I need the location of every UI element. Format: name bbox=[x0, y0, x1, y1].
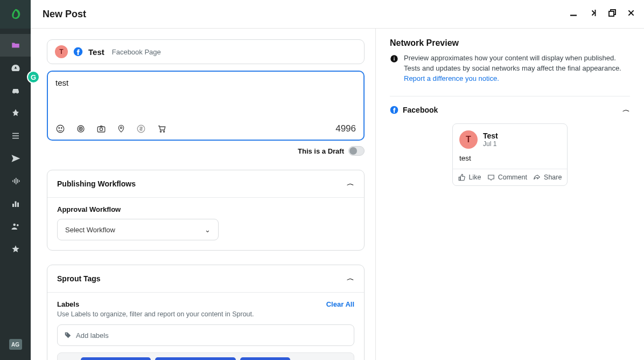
compose-textarea[interactable]: test bbox=[55, 78, 356, 108]
svg-point-34 bbox=[66, 334, 67, 335]
sidebar-user-avatar[interactable]: AG bbox=[0, 333, 31, 356]
workflows-header[interactable]: Publishing Workflows ︿ bbox=[47, 170, 364, 197]
sidebar-item-pin[interactable] bbox=[0, 102, 31, 124]
suggested-label-thought-leadership[interactable]: thought leadership ＋ bbox=[155, 357, 236, 360]
svg-rect-9 bbox=[12, 135, 19, 136]
people-icon bbox=[11, 221, 20, 231]
profile-selector[interactable]: T Test Facebook Page bbox=[47, 39, 365, 64]
svg-point-27 bbox=[80, 128, 81, 129]
svg-point-37 bbox=[394, 57, 395, 58]
profile-avatar: T bbox=[55, 45, 68, 58]
suggested-label-announcement[interactable]: announcement ＋ bbox=[81, 357, 151, 360]
monetize-icon[interactable] bbox=[136, 124, 146, 134]
shopping-icon[interactable] bbox=[157, 124, 166, 134]
close-icon[interactable] bbox=[627, 9, 635, 20]
compose-column: T Test Facebook Page test 4996 bbox=[31, 29, 375, 360]
wave-icon bbox=[11, 176, 20, 186]
topbar: New Post bbox=[0, 0, 644, 29]
location-icon[interactable] bbox=[117, 124, 125, 134]
sidebar-item-inbox[interactable] bbox=[0, 79, 31, 102]
svg-point-20 bbox=[16, 224, 18, 226]
workflow-select[interactable]: Select Workflow ⌄ bbox=[57, 219, 219, 240]
avatar-badge: AG bbox=[9, 339, 22, 350]
svg-rect-11 bbox=[12, 181, 13, 182]
draft-row: This is a Draft bbox=[47, 146, 365, 156]
svg-point-32 bbox=[160, 131, 161, 132]
suggested-label-webinar[interactable]: webinar ＋ bbox=[240, 357, 290, 360]
svg-rect-17 bbox=[15, 202, 16, 207]
target-icon[interactable] bbox=[76, 124, 86, 134]
sidebar-item-listening[interactable] bbox=[0, 170, 31, 192]
sidebar-item-feeds[interactable] bbox=[0, 124, 31, 147]
app-logo[interactable] bbox=[0, 0, 31, 29]
dock-icon[interactable] bbox=[588, 8, 598, 20]
svg-point-33 bbox=[163, 131, 164, 132]
draft-label: This is a Draft bbox=[298, 147, 344, 155]
svg-point-6 bbox=[13, 92, 14, 93]
preview-post-date: Jul 1 bbox=[483, 140, 498, 148]
profile-subtype: Facebook Page bbox=[112, 48, 161, 56]
svg-point-22 bbox=[57, 125, 64, 133]
svg-rect-16 bbox=[12, 204, 14, 207]
preview-like-button[interactable]: Like bbox=[458, 174, 481, 181]
pin-icon bbox=[11, 108, 20, 118]
svg-rect-8 bbox=[12, 133, 19, 134]
clear-all-link[interactable]: Clear All bbox=[326, 300, 354, 308]
sidebar-item-publishing[interactable] bbox=[0, 147, 31, 170]
facebook-icon bbox=[73, 47, 83, 57]
send-icon bbox=[11, 154, 20, 163]
labels-description: Use Labels to organize, filter and repor… bbox=[57, 310, 354, 318]
grammarly-badge[interactable]: G bbox=[27, 71, 40, 84]
network-header[interactable]: Facebook ︿ bbox=[390, 96, 630, 115]
preview-title: Network Preview bbox=[390, 38, 630, 48]
info-icon bbox=[390, 54, 398, 63]
sidebar-item-dashboard[interactable] bbox=[0, 57, 31, 79]
page-title: New Post bbox=[43, 9, 86, 20]
preview-share-button[interactable]: Share bbox=[533, 174, 562, 181]
svg-point-30 bbox=[120, 127, 122, 128]
maximize-icon[interactable] bbox=[607, 8, 617, 20]
draft-toggle[interactable] bbox=[348, 146, 365, 156]
minimize-icon[interactable] bbox=[569, 8, 578, 20]
sidebar-item-compose[interactable] bbox=[0, 34, 31, 57]
compose-editor[interactable]: test 4996 bbox=[47, 71, 365, 141]
svg-point-7 bbox=[16, 92, 17, 93]
labels-title: Labels bbox=[57, 300, 79, 308]
tags-header[interactable]: Sprout Tags ︿ bbox=[47, 265, 364, 292]
svg-rect-14 bbox=[17, 179, 18, 183]
preview-column: Network Preview Preview approximates how… bbox=[375, 29, 644, 360]
comment-icon bbox=[487, 174, 495, 181]
sidebar: AG G bbox=[0, 29, 31, 360]
svg-point-24 bbox=[61, 128, 62, 129]
star-icon bbox=[11, 244, 20, 254]
svg-rect-15 bbox=[19, 181, 20, 182]
profile-name: Test bbox=[88, 47, 104, 57]
labels-input[interactable]: Add labels bbox=[57, 324, 354, 346]
svg-rect-18 bbox=[17, 203, 19, 207]
approval-label: Approval Workflow bbox=[57, 205, 354, 213]
chevron-down-icon: ⌄ bbox=[205, 226, 211, 234]
sidebar-item-reviews[interactable] bbox=[0, 238, 31, 260]
preview-avatar: T bbox=[459, 130, 478, 149]
sidebar-item-people[interactable] bbox=[0, 215, 31, 238]
compose-toolbar: 4996 bbox=[55, 123, 356, 134]
camera-icon[interactable] bbox=[96, 124, 106, 134]
preview-note: Preview approximates how your content wi… bbox=[390, 53, 630, 84]
report-difference-link[interactable]: Report a difference you notice. bbox=[404, 74, 499, 82]
workflows-title: Publishing Workflows bbox=[57, 179, 136, 188]
share-icon bbox=[533, 174, 541, 181]
network-label: Facebook bbox=[403, 106, 438, 114]
workflows-section: Publishing Workflows ︿ Approval Workflow… bbox=[47, 170, 365, 251]
svg-rect-36 bbox=[394, 58, 394, 61]
svg-rect-12 bbox=[14, 179, 15, 183]
workflow-select-placeholder: Select Workflow bbox=[65, 226, 115, 234]
chevron-up-icon: ︿ bbox=[347, 180, 354, 188]
preview-comment-button[interactable]: Comment bbox=[487, 174, 527, 181]
emoji-icon[interactable] bbox=[55, 124, 65, 134]
car-icon bbox=[11, 86, 20, 95]
suggested-labels-row: Try: announcement ＋ thought leadership ＋ bbox=[57, 352, 354, 360]
facebook-post-preview: T Test Jul 1 test Like Comment bbox=[452, 123, 568, 186]
sidebar-item-reports[interactable] bbox=[0, 192, 31, 215]
svg-point-29 bbox=[100, 128, 102, 130]
svg-rect-3 bbox=[609, 11, 614, 16]
